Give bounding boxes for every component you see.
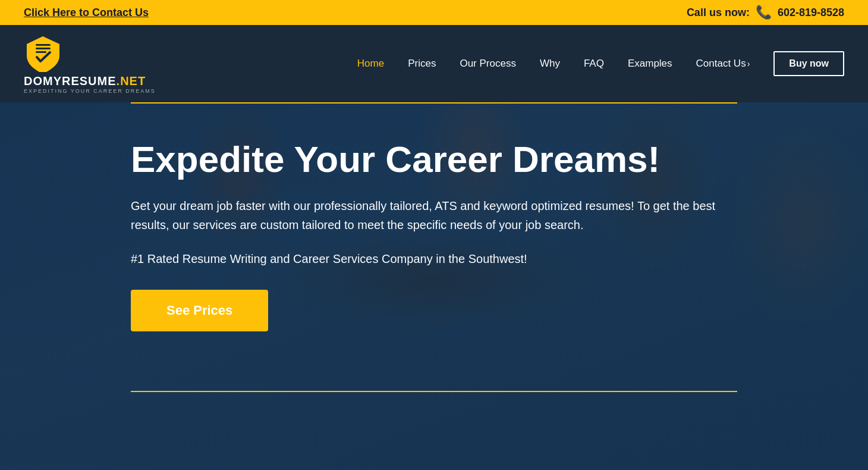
top-bar: Click Here to Contact Us Call us now: 📞 … — [0, 0, 868, 25]
logo-domy: DOMY — [24, 74, 62, 87]
phone-number: 602-819-8528 — [778, 7, 844, 19]
navbar: DOMYRESUME.NET EXPEDITING YOUR CAREER DR… — [0, 25, 868, 102]
nav-why[interactable]: Why — [540, 58, 560, 70]
nav-examples[interactable]: Examples — [628, 58, 672, 70]
nav-prices[interactable]: Prices — [408, 58, 436, 70]
logo-icon — [24, 33, 62, 72]
nav-contact-us[interactable]: Contact Us› — [696, 58, 750, 70]
hero-description: Get your dream job faster with our profe… — [131, 196, 737, 234]
svg-rect-2 — [36, 51, 46, 53]
svg-rect-0 — [36, 44, 51, 46]
buy-now-button[interactable]: Buy now — [773, 51, 844, 76]
top-bar-left: Click Here to Contact Us — [24, 7, 149, 19]
svg-rect-1 — [36, 48, 51, 49]
logo-text: DOMYRESUME.NET — [24, 74, 146, 88]
hero-title: Expedite Your Career Dreams! — [131, 139, 737, 180]
hero-content: Expedite Your Career Dreams! Get your dr… — [0, 104, 868, 379]
nav-our-process[interactable]: Our Process — [460, 58, 515, 70]
phone-icon: 📞 — [756, 5, 772, 20]
call-us-label: Call us now: — [687, 7, 750, 19]
top-bar-right: Call us now: 📞 602-819-8528 — [687, 5, 844, 20]
nav-home[interactable]: Home — [357, 58, 384, 70]
hero-section: Expedite Your Career Dreams! Get your dr… — [0, 102, 868, 470]
nav-faq[interactable]: FAQ — [584, 58, 604, 70]
logo-tagline: EXPEDITING YOUR CAREER DREAMS — [24, 88, 156, 94]
see-prices-button[interactable]: See Prices — [131, 290, 268, 331]
chevron-right-icon: › — [747, 59, 750, 68]
logo-area: DOMYRESUME.NET EXPEDITING YOUR CAREER DR… — [24, 33, 156, 94]
hero-rating: #1 Rated Resume Writing and Career Servi… — [131, 252, 737, 266]
contact-us-top-link[interactable]: Click Here to Contact Us — [24, 7, 149, 18]
hero-divider-bottom — [131, 391, 737, 392]
logo-resume: RESUME — [62, 74, 117, 87]
nav-links: Home Prices Our Process Why FAQ Examples… — [357, 58, 750, 70]
logo-net: .NET — [117, 74, 146, 87]
